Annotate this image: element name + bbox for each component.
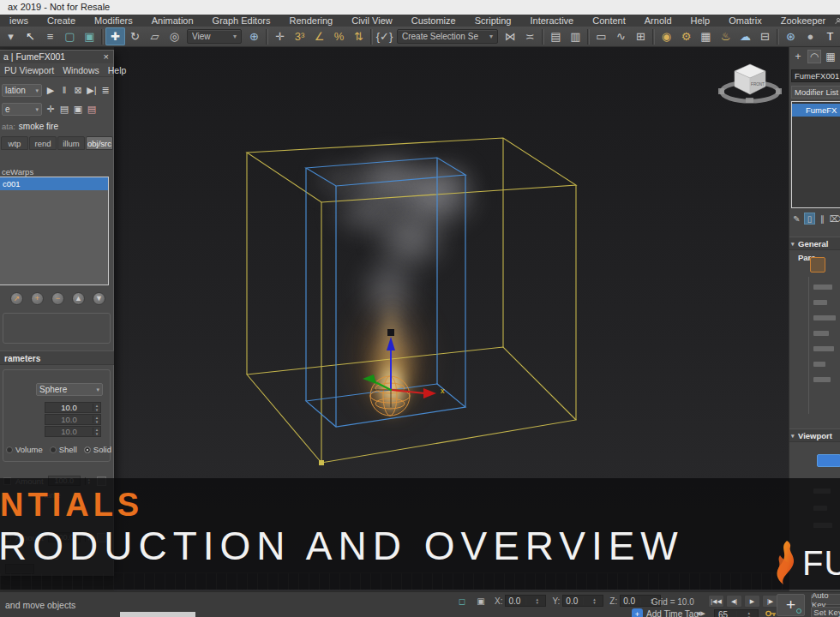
spinner-arrows-icon[interactable] [93,428,100,435]
radius-spinner[interactable]: 10.0 [45,426,101,437]
shape-type-radio[interactable]: Volume [6,445,43,454]
shape-type-radio[interactable]: Solid [84,445,111,454]
key-mode-icon[interactable] [765,609,777,617]
modifier-list-dropdown[interactable]: Modifier List [791,86,840,99]
frame-step-icon[interactable]: ◀▶ [696,610,705,617]
mini-listener-edge[interactable] [120,612,195,617]
shape-type-radio[interactable]: Shell [50,445,77,454]
texture-button[interactable] [810,257,825,273]
menu-item[interactable]: Graph Editors [203,15,280,27]
preset-dropdown[interactable]: e [2,103,42,116]
move-up-icon[interactable]: ▲ [72,292,85,305]
show-end-result-icon[interactable]: ▯ [804,213,815,225]
menu-item[interactable]: Help [681,15,720,27]
add-object-icon[interactable]: + [31,292,44,305]
menu-item[interactable]: Civil View [342,15,401,27]
menu-item[interactable]: Scripting [465,15,521,27]
align-icon[interactable]: ≍ [520,27,540,45]
simulation-mode-dropdown[interactable]: lation [2,84,42,97]
selection-lock-icon[interactable]: ▣ [474,595,488,607]
fumefx-menu-item[interactable]: Windows [58,64,104,76]
select-place-icon[interactable]: ◎ [165,27,184,45]
pause-simulation-icon[interactable]: ‖ [58,84,70,96]
menu-item[interactable]: Animation [142,15,203,27]
stop-simulation-icon[interactable]: ⊠ [72,84,84,96]
render-production-icon[interactable]: ♨ [716,27,735,45]
rendered-frame-icon[interactable]: ▦ [696,27,716,45]
remove-object-icon[interactable]: − [51,292,64,305]
remove-modifier-icon[interactable]: ⌦ [830,213,840,225]
isolate-selection-icon[interactable]: ◻ [455,595,469,607]
close-icon[interactable]: × [104,51,109,63]
fumefx-menu-item[interactable]: PU Viewport [0,64,58,76]
modifier-stack[interactable]: FumeFX [791,101,840,208]
source-list-item-selected[interactable]: c001 [0,177,108,190]
selection-set-dropdown[interactable]: Create Selection Se [397,29,498,44]
curve-editor-icon[interactable]: ∿ [611,27,631,45]
pin-stack-icon[interactable]: ✎ [791,213,802,225]
coordinate-field[interactable]: X: 0.0 [495,595,546,607]
fumefx-title-bar[interactable]: a | FumeFX001 × [0,51,113,63]
menu-item[interactable]: Arnold [635,15,681,27]
snaps-toggle-3d-icon[interactable]: 3³ [290,27,309,45]
select-object-icon[interactable]: ↖ [21,27,40,45]
mirror-icon[interactable]: ⋈ [501,27,520,45]
sources-list[interactable]: c001 [0,177,109,285]
percent-snap-icon[interactable]: % [329,27,349,45]
reference-coordinate-dropdown[interactable]: View [187,29,242,44]
prev-frame-button[interactable]: ◀| [726,595,742,608]
select-move-icon[interactable]: ✚ [105,27,125,45]
open-folder-icon[interactable]: ▣ [72,103,84,115]
play-button[interactable]: ▶ [744,595,760,608]
viewcube[interactable]: FRONT [718,64,782,103]
flyout-caret-icon[interactable]: ▾ [1,27,21,45]
save-cache-icon[interactable]: ▤ [58,103,70,115]
parameters-rollout[interactable]: rameters [0,350,114,365]
render-cloud-icon[interactable]: ☁ [735,27,755,45]
delete-cache-icon[interactable]: ▤ [86,103,98,115]
coordinate-field[interactable]: Y: 0.0 [552,595,603,607]
window-crossing-icon[interactable]: ▣ [80,27,99,45]
named-selection-sets-icon[interactable]: {✓} [375,27,394,45]
start-simulation-icon[interactable]: ▶ [45,84,57,96]
general-parameters-rollout[interactable]: General Para [789,237,840,250]
spinner-arrows-icon[interactable] [93,416,100,423]
add-time-tag[interactable]: + Add Time Tag [632,608,699,617]
spinner-arrows-icon[interactable] [93,404,100,411]
current-frame-field[interactable]: 65 [714,609,759,617]
fumefx-tab[interactable]: rend [29,136,57,150]
state-sets-icon[interactable]: ⊟ [755,27,775,45]
menu-item[interactable]: Rendering [279,15,342,27]
simulation-layout-icon[interactable]: ≣ [99,84,111,96]
set-keys-button[interactable]: + [777,594,805,616]
make-unique-icon[interactable]: ∥ [817,213,828,225]
hierarchy-tab-icon[interactable]: ▦ [824,50,837,63]
create-tab-icon[interactable]: + [791,50,805,63]
spinner-arrows-icon[interactable] [525,597,546,605]
menu-item[interactable]: Create [38,15,85,27]
rect-selection-region-icon[interactable]: ▢ [60,27,80,45]
viewport-rollout[interactable]: Viewport [789,428,840,442]
schematic-view-icon[interactable]: ⊞ [631,27,651,45]
menu-item[interactable]: Customize [402,15,465,27]
spinner-arrows-icon[interactable] [583,597,603,605]
menu-item[interactable]: Zookeeper [771,15,836,27]
modifier-stack-item-selected[interactable]: FumeFX [792,104,840,117]
fumefx-menu-item[interactable]: Help [104,64,131,76]
go-start-button[interactable]: |◀◀ [708,595,724,608]
viewport-color-button[interactable] [817,454,840,467]
select-by-name-icon[interactable]: ≡ [40,27,60,45]
object-name-field[interactable]: FumeFX001 [791,69,840,82]
move-down-icon[interactable]: ▼ [93,292,105,305]
auto-key-button[interactable]: Auto Key [811,594,840,605]
menu-item[interactable]: iews [0,15,38,27]
menu-item[interactable]: Modifiers [85,15,142,27]
radius-spinner[interactable]: 10.0 [45,402,101,413]
ribbon-toggle-icon[interactable]: ▭ [591,27,611,45]
angle-snap-icon[interactable]: ∠ [309,27,329,45]
transform-icon[interactable]: ✛ [45,103,57,115]
scene-explorer-icon[interactable]: ▤ [546,27,566,45]
fumefx-tab[interactable]: wtp [1,136,28,150]
set-key-button[interactable]: Set Key [811,607,840,617]
modify-tab-icon[interactable]: ◠ [807,50,821,63]
